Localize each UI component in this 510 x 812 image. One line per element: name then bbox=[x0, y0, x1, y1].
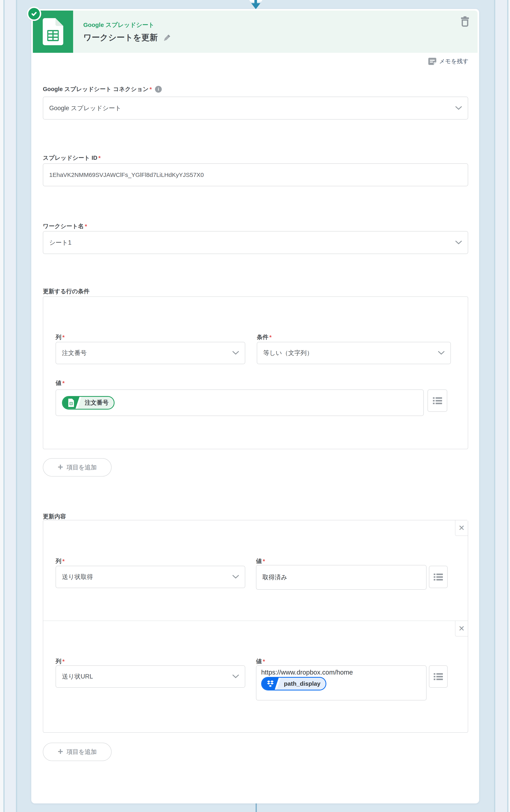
add-update-item-button[interactable]: + 項目を追加 bbox=[43, 743, 112, 761]
update-value-input[interactable]: https://www.dropbox.com/home path_displa… bbox=[256, 665, 427, 700]
dropbox-icon bbox=[262, 678, 279, 690]
list-icon bbox=[434, 573, 443, 581]
worksheet-name-select[interactable]: シート1 bbox=[43, 231, 468, 254]
spreadsheet-id-value: 1EhaVK2NMM69SVJAWClFs_YGlFl8d7LiLHdKyYJS… bbox=[49, 172, 204, 178]
variable-tag-label: path_display bbox=[275, 678, 325, 690]
spreadsheet-id-input[interactable]: 1EhaVK2NMM69SVJAWClFs_YGlFl8d7LiLHdKyYJS… bbox=[43, 163, 468, 186]
sheets-doc-icon bbox=[63, 397, 80, 409]
action-node-card: Google スプレッドシート ワークシートを更新 bbox=[31, 9, 479, 804]
variable-tag-path-display[interactable]: path_display bbox=[261, 677, 326, 691]
info-icon[interactable]: i bbox=[155, 86, 162, 93]
flow-arrow-icon bbox=[251, 3, 260, 9]
condition-operator-select[interactable]: 等しい（文字列） bbox=[257, 342, 451, 364]
condition-column-select[interactable]: 注文番号 bbox=[56, 342, 245, 364]
worksheet-name-value: シート1 bbox=[49, 238, 72, 247]
edit-pencil-icon bbox=[163, 34, 171, 41]
app-name: Google スプレッドシート bbox=[83, 21, 154, 29]
variable-tag-label: 注文番号 bbox=[76, 397, 114, 409]
row-divider bbox=[43, 620, 468, 621]
condition-column-value: 注文番号 bbox=[62, 349, 87, 357]
update-column-value: 送り状取得 bbox=[62, 573, 93, 581]
node-success-badge bbox=[27, 6, 41, 21]
condition-value-label: 値* bbox=[56, 379, 64, 387]
trash-icon bbox=[460, 16, 470, 27]
update-value-text: https://www.dropbox.com/home bbox=[261, 669, 353, 676]
note-icon bbox=[428, 58, 436, 65]
connection-label: Google スプレッドシート コネクション* i bbox=[43, 85, 162, 93]
update-column-label: 列* bbox=[56, 557, 64, 565]
update-contents-box: ✕ 列* 値* 送り状取得 取得済み bbox=[43, 520, 468, 733]
check-icon bbox=[31, 10, 37, 17]
spreadsheet-id-label: スプレッドシート ID* bbox=[43, 154, 101, 162]
chevron-down-icon bbox=[455, 106, 462, 110]
add-memo-button[interactable]: メモを残す bbox=[428, 57, 469, 65]
chevron-down-icon bbox=[232, 575, 239, 579]
condition-column-label: 列* bbox=[56, 333, 64, 341]
node-header: Google スプレッドシート ワークシートを更新 bbox=[33, 10, 478, 53]
condition-value-input[interactable]: 注文番号 bbox=[56, 389, 424, 416]
insert-variable-button[interactable] bbox=[429, 665, 448, 688]
required-mark: * bbox=[150, 86, 152, 93]
node-title: ワークシートを更新 bbox=[83, 32, 158, 43]
edit-title-button[interactable] bbox=[163, 34, 171, 41]
add-condition-button[interactable]: + 項目を追加 bbox=[43, 458, 112, 476]
connection-select[interactable]: Google スプレッドシート bbox=[43, 97, 468, 119]
insert-variable-button[interactable] bbox=[429, 566, 448, 588]
chevron-down-icon bbox=[455, 241, 462, 244]
required-mark: * bbox=[98, 155, 101, 162]
sheets-doc-icon bbox=[42, 18, 63, 45]
update-value-input[interactable]: 取得済み bbox=[256, 565, 427, 590]
update-contents-section-label: 更新内容 bbox=[43, 513, 66, 521]
chevron-down-icon bbox=[232, 351, 239, 355]
condition-operator-label: 条件* bbox=[257, 333, 272, 341]
update-column-select[interactable]: 送り状取得 bbox=[56, 566, 245, 588]
row-condition-section-label: 更新する行の条件 bbox=[43, 287, 89, 295]
update-column-label: 列* bbox=[56, 658, 64, 665]
row-condition-box: 列* 条件* 注文番号 等しい（文字列） 値* bbox=[43, 296, 468, 449]
required-mark: * bbox=[85, 223, 87, 230]
chevron-down-icon bbox=[438, 351, 445, 355]
list-icon bbox=[434, 673, 443, 680]
worksheet-name-label: ワークシート名* bbox=[43, 222, 87, 230]
variable-tag-order-number[interactable]: 注文番号 bbox=[62, 396, 115, 410]
remove-row-button[interactable]: ✕ bbox=[455, 520, 468, 536]
plus-icon: + bbox=[58, 462, 63, 471]
plus-icon: + bbox=[58, 747, 63, 756]
list-icon bbox=[433, 397, 442, 404]
update-value-label: 値* bbox=[256, 658, 265, 665]
update-value-label: 値* bbox=[256, 557, 265, 565]
update-value-text: 取得済み bbox=[262, 573, 287, 581]
close-icon: ✕ bbox=[458, 624, 465, 633]
remove-row-button[interactable]: ✕ bbox=[455, 621, 468, 637]
memo-label: メモを残す bbox=[439, 57, 469, 65]
condition-operator-value: 等しい（文字列） bbox=[263, 349, 313, 357]
connection-value: Google スプレッドシート bbox=[49, 104, 121, 112]
delete-node-button[interactable] bbox=[460, 16, 470, 27]
update-column-value: 送り状URL bbox=[62, 672, 93, 681]
update-column-select[interactable]: 送り状URL bbox=[56, 665, 245, 688]
insert-variable-button[interactable] bbox=[427, 389, 447, 412]
flow-connector-line bbox=[256, 803, 257, 812]
chevron-down-icon bbox=[232, 674, 239, 678]
close-icon: ✕ bbox=[458, 524, 465, 532]
